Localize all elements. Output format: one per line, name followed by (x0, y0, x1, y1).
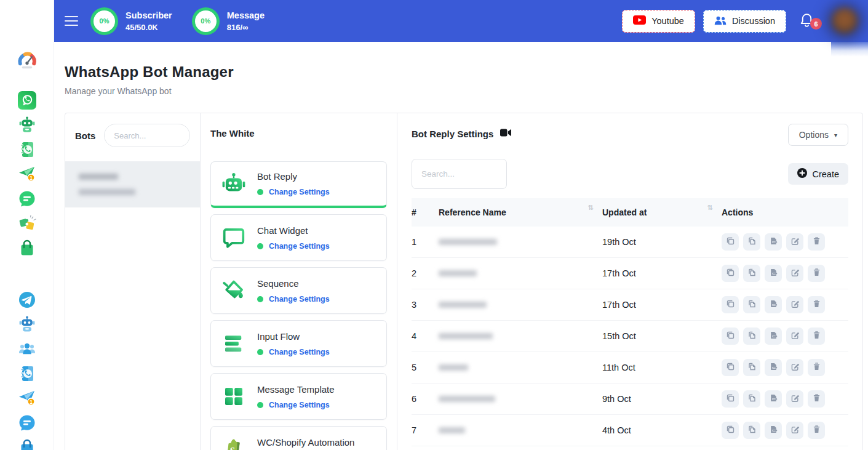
sidebar-item-telegram-icon[interactable] (18, 291, 36, 309)
sidebar-item-whatsapp-icon[interactable] (18, 91, 36, 110)
youtube-button[interactable]: Youtube (622, 10, 695, 33)
sidebar-item-robot-green-icon[interactable] (18, 116, 36, 134)
copy-button[interactable] (722, 422, 739, 439)
edit-button[interactable] (786, 327, 803, 345)
svg-text:1: 1 (30, 399, 33, 405)
sequence-icon (221, 278, 247, 303)
change-settings-link[interactable]: Change Settings (269, 295, 330, 303)
edit-icon (790, 362, 800, 373)
feature-card-list: Bot Reply Change Settings Chat Widget Ch… (210, 161, 387, 450)
features-column: The White Bot Reply Change Settings Chat… (201, 113, 397, 450)
sidebar-item-broadcast-green-icon[interactable]: 1 (18, 165, 36, 183)
delete-icon (812, 425, 821, 436)
message-value: 816/∞ (227, 23, 265, 32)
export-button[interactable] (765, 359, 782, 376)
export-button[interactable] (765, 390, 782, 408)
delete-button[interactable] (808, 265, 825, 282)
video-tutorial-icon[interactable] (500, 128, 511, 139)
edit-button[interactable] (786, 296, 803, 313)
feature-card-bot-reply[interactable]: Bot Reply Change Settings (210, 161, 387, 208)
sidebar-item-shop-green-icon[interactable] (18, 239, 36, 257)
table-row: 3 17th Oct (412, 289, 848, 321)
clone-button[interactable] (743, 265, 760, 282)
sort-icon-updated-at[interactable]: ⇅ (707, 204, 713, 212)
edit-button[interactable] (786, 265, 803, 282)
feature-title: Message Template (257, 384, 335, 395)
delete-button[interactable] (808, 359, 825, 376)
create-button[interactable]: Create (788, 163, 848, 185)
sidebar-item-chat-green-icon[interactable] (18, 190, 36, 208)
copy-icon (726, 425, 735, 436)
subscriber-value: 45/50.0K (125, 23, 172, 32)
edit-button[interactable] (786, 233, 803, 251)
export-button[interactable] (765, 296, 782, 313)
options-dropdown-button[interactable]: Options ▾ (788, 124, 848, 146)
row-actions (722, 359, 848, 376)
change-settings-link[interactable]: Change Settings (269, 348, 330, 356)
export-button[interactable] (765, 233, 782, 251)
delete-icon (812, 393, 821, 404)
discussion-button[interactable]: Discussion (703, 10, 786, 33)
delete-button[interactable] (808, 233, 825, 251)
clone-button[interactable] (743, 233, 760, 251)
reference-name-redacted (439, 396, 495, 402)
notifications-button[interactable]: 6 (800, 12, 814, 30)
delete-button[interactable] (808, 327, 825, 345)
sidebar-item-shop-blue-icon[interactable] (18, 438, 36, 450)
copy-button[interactable] (722, 390, 739, 408)
table-body: 1 19th Oct 2 17th Oct 3 17th Oct 4 15th … (412, 227, 848, 450)
sidebar-item-group-blue-icon[interactable] (18, 340, 36, 358)
feature-card-sequence[interactable]: Sequence Change Settings (210, 267, 387, 314)
export-button[interactable] (765, 265, 782, 282)
clone-button[interactable] (743, 296, 760, 313)
feature-card-message-template[interactable]: Message Template Change Settings (210, 373, 387, 420)
clone-icon (747, 331, 757, 342)
sidebar-item-contacts-blue-icon[interactable] (18, 364, 36, 383)
edit-button[interactable] (786, 359, 803, 376)
clone-icon (747, 362, 757, 373)
sidebar-item-chat-blue-icon[interactable] (18, 414, 36, 432)
status-dot (257, 189, 263, 195)
clone-button[interactable] (743, 359, 760, 376)
export-icon (769, 331, 778, 342)
sort-icon-reference-name[interactable]: ⇅ (588, 204, 594, 212)
delete-button[interactable] (808, 296, 825, 313)
clone-button[interactable] (743, 390, 760, 408)
sidebar-item-dashboard-icon[interactable] (16, 49, 38, 71)
bot-name-redacted (79, 174, 118, 180)
subscriber-stat: 0% Subscriber 45/50.0K (90, 7, 172, 35)
feature-card-chat-widget[interactable]: Chat Widget Change Settings (210, 214, 387, 261)
sidebar-item-contacts-green-icon[interactable] (18, 140, 36, 159)
clone-button[interactable] (743, 327, 760, 345)
sidebar-item-broadcast-blue-icon[interactable]: 1 (18, 389, 36, 408)
avatar[interactable] (831, 7, 858, 34)
feature-card-input-flow[interactable]: Input Flow Change Settings (210, 320, 387, 367)
change-settings-link[interactable]: Change Settings (269, 242, 330, 251)
youtube-icon (633, 15, 646, 26)
bot-list-item-selected[interactable] (65, 161, 200, 207)
clone-button[interactable] (743, 422, 760, 439)
export-button[interactable] (765, 422, 782, 439)
sidebar-item-robot-blue-icon[interactable] (18, 315, 36, 334)
change-settings-link[interactable]: Change Settings (269, 188, 330, 196)
copy-button[interactable] (722, 359, 739, 376)
reference-name-redacted (439, 333, 493, 339)
col-header-updated-at: Updated at (602, 207, 647, 217)
copy-button[interactable] (722, 296, 739, 313)
feature-card-shopify[interactable]: S WC/Shopify Automation Change Settings (210, 426, 387, 450)
settings-search-input[interactable] (412, 159, 507, 189)
edit-button[interactable] (786, 422, 803, 439)
delete-button[interactable] (808, 422, 825, 439)
export-button[interactable] (765, 327, 782, 345)
menu-toggle-button[interactable] (65, 16, 78, 26)
bots-search-input[interactable] (104, 124, 190, 147)
change-settings-link[interactable]: Change Settings (269, 401, 330, 409)
delete-button[interactable] (808, 390, 825, 408)
copy-button[interactable] (722, 265, 739, 282)
edit-button[interactable] (786, 390, 803, 408)
copy-button[interactable] (722, 327, 739, 345)
notification-badge: 6 (810, 18, 822, 30)
sidebar-item-integrations-icon[interactable] (18, 214, 36, 233)
app-sidebar: 11 (0, 0, 54, 450)
copy-button[interactable] (722, 233, 739, 251)
